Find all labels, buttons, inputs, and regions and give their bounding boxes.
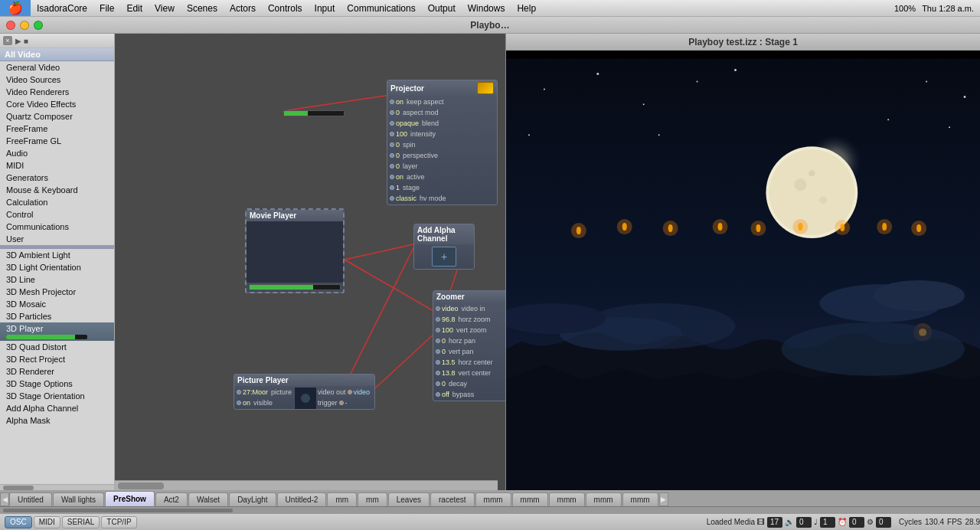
menubar: 🍎 IsadoraCore File Edit View Scenes Acto… (0, 0, 980, 17)
midi-button[interactable]: MIDI (34, 516, 60, 528)
top-green-bar (283, 110, 345, 116)
svg-point-46 (697, 80, 698, 82)
sidebar-item-video-renderers[interactable]: Video Renderers (0, 86, 114, 98)
add-alpha-node[interactable]: Add Alpha Channel + (413, 224, 475, 270)
svg-point-45 (643, 103, 645, 105)
sidebar-item-3d-rect[interactable]: 3D Rect Project (0, 353, 114, 365)
svg-point-41 (781, 322, 965, 376)
sidebar-item-video-sources[interactable]: Video Sources (0, 74, 114, 86)
sidebar-item-calculation[interactable]: Calculation (0, 196, 114, 208)
plugin-icon: ⚙ (867, 518, 874, 526)
sidebar-item-audio[interactable]: Audio (0, 147, 114, 159)
sidebar-item-3d-player[interactable]: 3D Player (0, 322, 114, 341)
top-green-bar-fill (284, 111, 308, 116)
fps-value: 28.9 (965, 518, 980, 526)
top-projector-node[interactable]: Projector onkeep aspect 0aspect mod opaq… (387, 80, 498, 205)
menu-windows[interactable]: Windows (462, 0, 511, 16)
sidebar-item-freeframe-gl[interactable]: FreeFrame GL (0, 135, 114, 147)
sidebar-item-general-video[interactable]: General Video (0, 61, 114, 74)
canvas-workspace[interactable]: Projector onkeep aspect 0aspect mod opaq… (115, 34, 980, 490)
sidebar-item-core-video-effects[interactable]: Core Video Effects (0, 98, 114, 110)
tab-mmm-4[interactable]: mmm (586, 492, 622, 506)
tab-scrollbar[interactable] (0, 507, 980, 513)
cycles-section: Cycles 130.4 FPS 28.9 (899, 518, 980, 526)
menu-input[interactable]: Input (309, 0, 341, 16)
port-dot (436, 339, 440, 343)
svg-point-50 (949, 126, 950, 128)
close-button[interactable] (6, 21, 15, 30)
sidebar-item-quartz-composer[interactable]: Quartz Composer (0, 110, 114, 123)
tab-leaves[interactable]: Leaves (388, 492, 430, 506)
svg-point-9 (301, 394, 310, 403)
tab-daylight[interactable]: DayLight (229, 492, 276, 506)
tab-racetest[interactable]: racetest (430, 492, 475, 506)
sidebar-item-generators[interactable]: Generators (0, 172, 114, 184)
sidebar-item-3d-ambient[interactable]: 3D Ambient Light (0, 249, 114, 261)
add-alpha-icon: + (414, 244, 474, 269)
svg-line-0 (345, 244, 413, 260)
menu-edit[interactable]: Edit (120, 0, 149, 16)
port-dot (436, 381, 440, 386)
menu-controls[interactable]: Controls (262, 0, 309, 16)
movie-player-header: Movie Player (247, 210, 343, 221)
menu-communications[interactable]: Communications (341, 0, 421, 16)
menu-actors[interactable]: Actors (224, 0, 262, 16)
tcpip-button[interactable]: TCP/IP (101, 516, 136, 528)
tab-mmm-3[interactable]: mmm (549, 492, 585, 506)
menubar-right: 100% Thu 1:28 a.m. (894, 4, 980, 13)
sidebar-item-add-alpha[interactable]: Add Alpha Channel (0, 402, 114, 414)
sidebar-item-3d-mosaic[interactable]: 3D Mosaic (0, 298, 114, 310)
minimize-button[interactable] (20, 21, 29, 30)
menu-view[interactable]: View (149, 0, 181, 16)
tab-mmm-1[interactable]: mmm (475, 492, 511, 506)
movie-player-node[interactable]: Movie Player (245, 208, 345, 293)
sidebar-item-3d-stage-options[interactable]: 3D Stage Options (0, 378, 114, 390)
tab-preshow[interactable]: PreShow (105, 491, 155, 506)
menu-help[interactable]: Help (511, 0, 542, 16)
tab-walset[interactable]: Walset (188, 492, 228, 506)
picture-player-node[interactable]: Picture Player 27:Moorpicture onvisible … (234, 374, 375, 410)
sidebar-item-3d-light-orient[interactable]: 3D Light Orientation (0, 261, 114, 273)
tab-scroll-left[interactable]: ◀ (0, 492, 9, 506)
sidebar-scrollbar[interactable] (0, 484, 114, 490)
sidebar-item-3d-stage-orient[interactable]: 3D Stage Orientation (0, 390, 114, 402)
sidebar-close[interactable]: × (3, 36, 12, 45)
tab-wall-lights[interactable]: Wall lights (53, 492, 104, 506)
sidebar-item-midi[interactable]: MIDI (0, 159, 114, 172)
tab-mmm-2[interactable]: mmm (512, 492, 548, 506)
sidebar-item-3d-renderer[interactable]: 3D Renderer (0, 365, 114, 378)
sidebar-category-all-video[interactable]: All Video (0, 48, 114, 61)
tab-mmm-5[interactable]: mmm (622, 492, 658, 506)
menu-isadoracore[interactable]: IsadoraCore (31, 0, 93, 16)
sidebar-item-3d-line[interactable]: 3D Line (0, 273, 114, 286)
menu-scenes[interactable]: Scenes (181, 0, 224, 16)
sidebar-icon: ▶ ■ (15, 37, 28, 45)
menu-file[interactable]: File (93, 0, 120, 16)
sidebar-item-3d-mesh[interactable]: 3D Mesh Projector (0, 286, 114, 298)
sidebar-item-freeframe[interactable]: FreeFrame (0, 123, 114, 135)
sidebar-item-alpha-mask[interactable]: Alpha Mask (0, 414, 114, 427)
sidebar-item-3d-particles[interactable]: 3D Particles (0, 310, 114, 322)
port-dot (390, 110, 394, 115)
menu-output[interactable]: Output (422, 0, 462, 16)
hscrollbar-thumb[interactable] (118, 483, 164, 489)
osc-button[interactable]: OSC (5, 516, 32, 528)
tab-untitled-2[interactable]: Untitled-2 (277, 492, 327, 506)
sidebar-item-control[interactable]: Control (0, 208, 114, 221)
tab-untitled[interactable]: Untitled (9, 492, 52, 506)
sidebar-item-communications[interactable]: Communications (0, 221, 114, 233)
zoom-button[interactable] (34, 21, 43, 30)
serial-button[interactable]: SERIAL (62, 516, 100, 528)
tab-scrollbar-thumb[interactable] (3, 509, 233, 512)
sidebar-item-3d-quad[interactable]: 3D Quad Distort (0, 341, 114, 353)
port-dot (237, 390, 241, 394)
statusbar: OSC MIDI SERIAL TCP/IP Loaded Media 🎞 17… (0, 513, 980, 530)
tab-scroll-right[interactable]: ▶ (659, 492, 668, 506)
tab-act2[interactable]: Act2 (155, 492, 188, 506)
apple-menu[interactable]: 🍎 (0, 0, 31, 16)
tab-mm-1[interactable]: mm (327, 492, 357, 506)
sidebar-item-mouse-keyboard[interactable]: Mouse & Keyboard (0, 184, 114, 196)
canvas-hscrollbar[interactable] (115, 480, 498, 490)
sidebar-item-user[interactable]: User (0, 233, 114, 245)
tab-mm-2[interactable]: mm (358, 492, 387, 506)
